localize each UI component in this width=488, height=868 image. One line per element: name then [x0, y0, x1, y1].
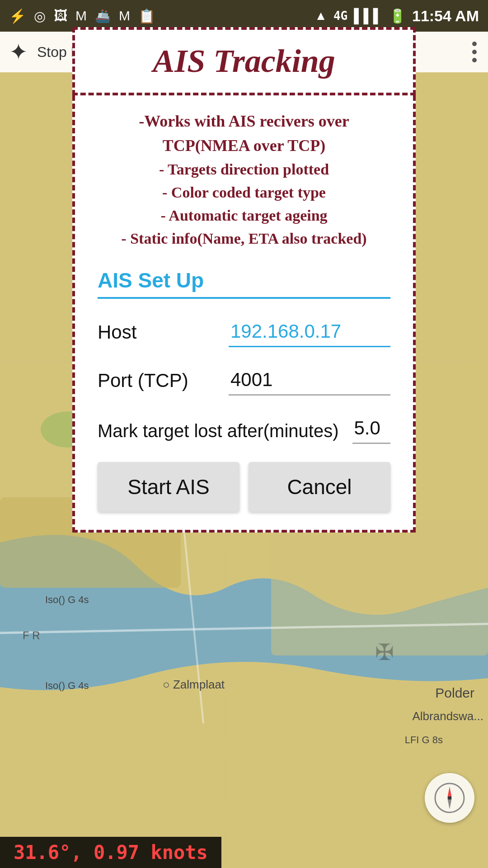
map-iso-label2: Iso() G 4s — [45, 680, 89, 692]
svg-text:✠: ✠ — [375, 640, 394, 665]
host-input-container — [229, 317, 390, 347]
port-label: Port (TCP) — [98, 365, 215, 392]
dialog-buttons: Start AIS Cancel — [98, 462, 390, 512]
map-zalmplaat-label: ○ Zalmplaat — [163, 678, 225, 692]
port-input[interactable] — [229, 365, 390, 396]
mark-label: Mark target lost after(minutes) — [98, 414, 339, 443]
cancel-button[interactable]: Cancel — [249, 462, 390, 512]
map-polder-label: Polder — [435, 685, 474, 701]
feature-line4: - Automatic target ageing — [98, 204, 390, 227]
status-icons-left: ⚡ ◎ 🖼 M 🚢 M 📋 — [9, 8, 155, 24]
svg-rect-1 — [271, 520, 488, 656]
dialog-title-box: AIS Tracking — [72, 27, 416, 95]
menu-button[interactable] — [472, 42, 477, 62]
menu-dot-2 — [472, 50, 477, 54]
map-albrandswaard-label: Albrandswa... — [412, 709, 483, 723]
feature-line1: -Works with AIS recivers over TCP(NMEA o… — [98, 109, 390, 158]
dialog-features: -Works with AIS recivers over TCP(NMEA o… — [98, 109, 390, 250]
mark-input[interactable] — [352, 414, 391, 444]
mark-input-container — [352, 414, 391, 444]
ais-divider — [98, 297, 390, 299]
coords-text: 31.6°, 0.97 knots — [14, 841, 208, 863]
feature-line3: - Color coded target type — [98, 181, 390, 204]
status-time: 11:54 AM — [412, 7, 479, 25]
menu-dot-3 — [472, 58, 477, 62]
ship-icon: 🚢 — [95, 9, 111, 24]
battery-icon: 🔋 — [389, 8, 406, 24]
gmail-icon: M — [75, 8, 87, 24]
coords-bar: 31.6°, 0.97 knots — [0, 837, 221, 868]
dialog-title: AIS Tracking — [93, 43, 395, 79]
svg-point-13 — [448, 796, 451, 800]
usb-icon: ⚡ — [9, 8, 26, 24]
menu-dot-1 — [472, 42, 477, 46]
4g-icon: 4G — [333, 9, 347, 23]
map-fr-label: F R — [23, 629, 40, 642]
mark-form-row: Mark target lost after(minutes) — [98, 414, 390, 444]
host-label: Host — [98, 317, 215, 343]
ais-dialog: AIS Tracking -Works with AIS recivers ov… — [72, 27, 416, 533]
start-ais-button[interactable]: Start AIS — [98, 462, 239, 512]
signal-icon: ▌▌▌ — [354, 8, 383, 24]
compass-button[interactable] — [425, 773, 474, 823]
nav-star-icon[interactable]: ✦ — [9, 39, 28, 65]
feature-line2: - Targets direction plotted — [98, 158, 390, 181]
compass-icon — [434, 782, 465, 814]
gmail2-icon: M — [119, 8, 130, 24]
feature-line5: - Static info(Name, ETA also tracked) — [98, 227, 390, 250]
map-iso-label1: Iso() G 4s — [45, 594, 89, 606]
host-input[interactable] — [229, 317, 390, 347]
ais-setup-label: AIS Set Up — [98, 268, 390, 292]
host-form-row: Host — [98, 317, 390, 347]
port-form-row: Port (TCP) — [98, 365, 390, 396]
port-input-container — [229, 365, 390, 396]
wifi-icon: ▲ — [314, 9, 327, 23]
gps-icon: ◎ — [34, 8, 46, 24]
dialog-main-box: -Works with AIS recivers over TCP(NMEA o… — [72, 95, 416, 533]
map-lfi-label: LFI G 8s — [405, 734, 443, 746]
status-icons-right: ▲ 4G ▌▌▌ 🔋 11:54 AM — [314, 7, 479, 25]
image-icon: 🖼 — [54, 8, 67, 24]
clipboard-icon: 📋 — [138, 8, 155, 24]
